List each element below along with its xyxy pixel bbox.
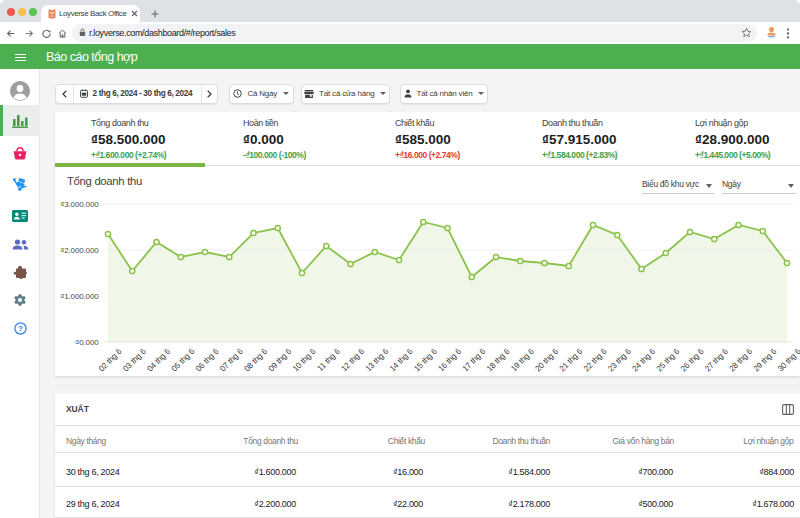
svg-text:25 thg 6: 25 thg 6 (655, 347, 682, 374)
svg-text:29 thg 6: 29 thg 6 (752, 347, 779, 374)
svg-text:08 thg 6: 08 thg 6 (242, 347, 269, 374)
svg-text:10 thg 6: 10 thg 6 (291, 347, 318, 374)
svg-text:21 thg 6: 21 thg 6 (558, 347, 585, 374)
svg-text:07 thg 6: 07 thg 6 (218, 347, 245, 374)
svg-text:03 thg 6: 03 thg 6 (121, 347, 148, 374)
svg-text:₫2.000.000: ₫2.000.000 (60, 246, 99, 255)
svg-text:24 thg 6: 24 thg 6 (630, 347, 657, 374)
svg-text:₫3.000.000: ₫3.000.000 (60, 200, 99, 209)
svg-text:16 thg 6: 16 thg 6 (436, 347, 463, 374)
svg-text:30 thg 6: 30 thg 6 (776, 347, 800, 374)
svg-text:22 thg 6: 22 thg 6 (582, 347, 609, 374)
svg-text:12 thg 6: 12 thg 6 (339, 347, 366, 374)
svg-text:13 thg 6: 13 thg 6 (364, 347, 391, 374)
svg-text:23 thg 6: 23 thg 6 (606, 347, 633, 374)
svg-text:14 thg 6: 14 thg 6 (388, 347, 415, 374)
svg-text:11 thg 6: 11 thg 6 (316, 347, 342, 373)
svg-text:06 thg 6: 06 thg 6 (194, 347, 221, 374)
svg-text:26 thg 6: 26 thg 6 (679, 347, 706, 374)
svg-text:04 thg 6: 04 thg 6 (145, 347, 172, 374)
svg-text:₫0.000: ₫0.000 (75, 338, 99, 347)
svg-text:02 thg 6: 02 thg 6 (97, 347, 124, 374)
svg-text:27 thg 6: 27 thg 6 (703, 347, 730, 374)
svg-text:₫1.000.000: ₫1.000.000 (60, 292, 99, 301)
svg-text:05 thg 6: 05 thg 6 (170, 347, 197, 374)
svg-text:15 thg 6: 15 thg 6 (412, 347, 439, 374)
svg-text:20 thg 6: 20 thg 6 (533, 347, 560, 374)
svg-text:17 thg 6: 17 thg 6 (461, 347, 488, 374)
svg-text:09 thg 6: 09 thg 6 (267, 347, 294, 374)
svg-text:?: ? (18, 324, 23, 333)
svg-text:18 thg 6: 18 thg 6 (485, 347, 512, 374)
svg-text:19 thg 6: 19 thg 6 (509, 347, 536, 374)
svg-text:28 thg 6: 28 thg 6 (727, 347, 754, 374)
